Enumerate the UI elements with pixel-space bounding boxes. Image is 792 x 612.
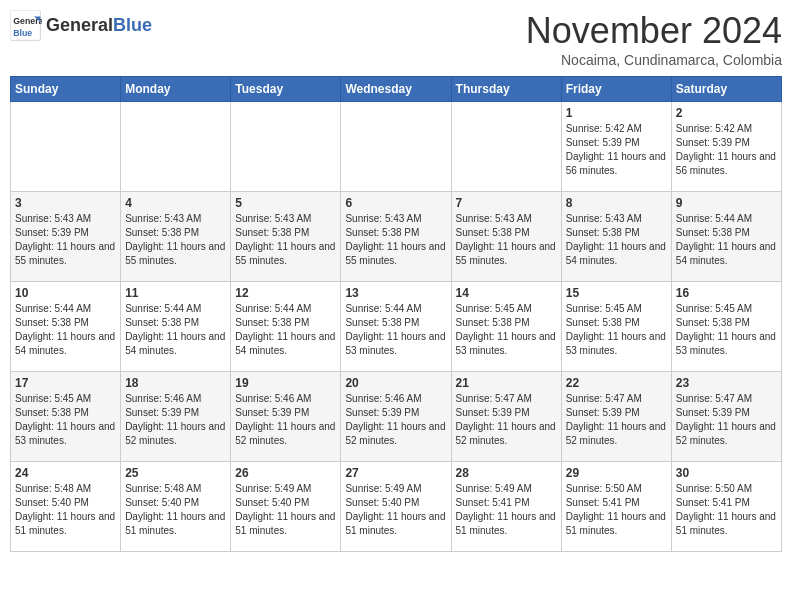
logo-general-text: General	[46, 15, 113, 35]
calendar-cell: 7Sunrise: 5:43 AM Sunset: 5:38 PM Daylig…	[451, 192, 561, 282]
day-info: Sunrise: 5:44 AM Sunset: 5:38 PM Dayligh…	[125, 302, 226, 358]
day-info: Sunrise: 5:44 AM Sunset: 5:38 PM Dayligh…	[15, 302, 116, 358]
title-block: November 2024 Nocaima, Cundinamarca, Col…	[526, 10, 782, 68]
day-info: Sunrise: 5:49 AM Sunset: 5:40 PM Dayligh…	[235, 482, 336, 538]
location-text: Nocaima, Cundinamarca, Colombia	[526, 52, 782, 68]
calendar-cell	[451, 102, 561, 192]
day-info: Sunrise: 5:43 AM Sunset: 5:38 PM Dayligh…	[235, 212, 336, 268]
calendar-cell: 21Sunrise: 5:47 AM Sunset: 5:39 PM Dayli…	[451, 372, 561, 462]
day-info: Sunrise: 5:43 AM Sunset: 5:38 PM Dayligh…	[125, 212, 226, 268]
day-number: 21	[456, 376, 557, 390]
day-number: 14	[456, 286, 557, 300]
calendar-cell: 18Sunrise: 5:46 AM Sunset: 5:39 PM Dayli…	[121, 372, 231, 462]
calendar-cell: 24Sunrise: 5:48 AM Sunset: 5:40 PM Dayli…	[11, 462, 121, 552]
calendar-cell: 20Sunrise: 5:46 AM Sunset: 5:39 PM Dayli…	[341, 372, 451, 462]
day-number: 23	[676, 376, 777, 390]
calendar-cell: 15Sunrise: 5:45 AM Sunset: 5:38 PM Dayli…	[561, 282, 671, 372]
calendar-cell: 5Sunrise: 5:43 AM Sunset: 5:38 PM Daylig…	[231, 192, 341, 282]
day-number: 5	[235, 196, 336, 210]
day-info: Sunrise: 5:47 AM Sunset: 5:39 PM Dayligh…	[566, 392, 667, 448]
day-info: Sunrise: 5:45 AM Sunset: 5:38 PM Dayligh…	[456, 302, 557, 358]
logo-icon: General Blue	[10, 10, 42, 42]
weekday-header-monday: Monday	[121, 77, 231, 102]
day-number: 3	[15, 196, 116, 210]
weekday-header-thursday: Thursday	[451, 77, 561, 102]
day-info: Sunrise: 5:42 AM Sunset: 5:39 PM Dayligh…	[566, 122, 667, 178]
calendar-cell: 8Sunrise: 5:43 AM Sunset: 5:38 PM Daylig…	[561, 192, 671, 282]
day-number: 16	[676, 286, 777, 300]
day-info: Sunrise: 5:46 AM Sunset: 5:39 PM Dayligh…	[235, 392, 336, 448]
calendar-cell: 12Sunrise: 5:44 AM Sunset: 5:38 PM Dayli…	[231, 282, 341, 372]
day-info: Sunrise: 5:44 AM Sunset: 5:38 PM Dayligh…	[345, 302, 446, 358]
calendar-cell	[11, 102, 121, 192]
day-info: Sunrise: 5:47 AM Sunset: 5:39 PM Dayligh…	[676, 392, 777, 448]
day-info: Sunrise: 5:50 AM Sunset: 5:41 PM Dayligh…	[676, 482, 777, 538]
day-number: 7	[456, 196, 557, 210]
calendar-cell: 6Sunrise: 5:43 AM Sunset: 5:38 PM Daylig…	[341, 192, 451, 282]
day-info: Sunrise: 5:43 AM Sunset: 5:38 PM Dayligh…	[566, 212, 667, 268]
svg-text:Blue: Blue	[13, 28, 32, 38]
calendar-cell	[341, 102, 451, 192]
day-number: 1	[566, 106, 667, 120]
weekday-header-tuesday: Tuesday	[231, 77, 341, 102]
calendar-week-4: 17Sunrise: 5:45 AM Sunset: 5:38 PM Dayli…	[11, 372, 782, 462]
weekday-header-sunday: Sunday	[11, 77, 121, 102]
day-number: 11	[125, 286, 226, 300]
day-info: Sunrise: 5:43 AM Sunset: 5:39 PM Dayligh…	[15, 212, 116, 268]
day-info: Sunrise: 5:45 AM Sunset: 5:38 PM Dayligh…	[676, 302, 777, 358]
calendar-cell: 1Sunrise: 5:42 AM Sunset: 5:39 PM Daylig…	[561, 102, 671, 192]
calendar-cell: 14Sunrise: 5:45 AM Sunset: 5:38 PM Dayli…	[451, 282, 561, 372]
day-number: 26	[235, 466, 336, 480]
day-info: Sunrise: 5:48 AM Sunset: 5:40 PM Dayligh…	[15, 482, 116, 538]
calendar-cell: 2Sunrise: 5:42 AM Sunset: 5:39 PM Daylig…	[671, 102, 781, 192]
calendar-cell: 28Sunrise: 5:49 AM Sunset: 5:41 PM Dayli…	[451, 462, 561, 552]
day-info: Sunrise: 5:50 AM Sunset: 5:41 PM Dayligh…	[566, 482, 667, 538]
day-number: 22	[566, 376, 667, 390]
day-info: Sunrise: 5:45 AM Sunset: 5:38 PM Dayligh…	[15, 392, 116, 448]
day-number: 25	[125, 466, 226, 480]
day-info: Sunrise: 5:48 AM Sunset: 5:40 PM Dayligh…	[125, 482, 226, 538]
day-number: 2	[676, 106, 777, 120]
calendar-cell: 29Sunrise: 5:50 AM Sunset: 5:41 PM Dayli…	[561, 462, 671, 552]
calendar-cell: 19Sunrise: 5:46 AM Sunset: 5:39 PM Dayli…	[231, 372, 341, 462]
day-number: 12	[235, 286, 336, 300]
day-number: 4	[125, 196, 226, 210]
page-header: General Blue GeneralBlue November 2024 N…	[10, 10, 782, 68]
calendar-week-3: 10Sunrise: 5:44 AM Sunset: 5:38 PM Dayli…	[11, 282, 782, 372]
calendar-week-1: 1Sunrise: 5:42 AM Sunset: 5:39 PM Daylig…	[11, 102, 782, 192]
day-number: 19	[235, 376, 336, 390]
logo: General Blue GeneralBlue	[10, 10, 152, 42]
day-number: 18	[125, 376, 226, 390]
calendar-cell: 17Sunrise: 5:45 AM Sunset: 5:38 PM Dayli…	[11, 372, 121, 462]
day-info: Sunrise: 5:42 AM Sunset: 5:39 PM Dayligh…	[676, 122, 777, 178]
calendar-week-2: 3Sunrise: 5:43 AM Sunset: 5:39 PM Daylig…	[11, 192, 782, 282]
calendar-cell: 9Sunrise: 5:44 AM Sunset: 5:38 PM Daylig…	[671, 192, 781, 282]
day-info: Sunrise: 5:43 AM Sunset: 5:38 PM Dayligh…	[456, 212, 557, 268]
day-info: Sunrise: 5:43 AM Sunset: 5:38 PM Dayligh…	[345, 212, 446, 268]
calendar-cell	[121, 102, 231, 192]
calendar-week-5: 24Sunrise: 5:48 AM Sunset: 5:40 PM Dayli…	[11, 462, 782, 552]
calendar-table: SundayMondayTuesdayWednesdayThursdayFrid…	[10, 76, 782, 552]
day-number: 6	[345, 196, 446, 210]
day-number: 15	[566, 286, 667, 300]
calendar-cell: 16Sunrise: 5:45 AM Sunset: 5:38 PM Dayli…	[671, 282, 781, 372]
calendar-cell	[231, 102, 341, 192]
day-number: 10	[15, 286, 116, 300]
logo-blue-text: Blue	[113, 15, 152, 35]
day-info: Sunrise: 5:49 AM Sunset: 5:40 PM Dayligh…	[345, 482, 446, 538]
day-number: 28	[456, 466, 557, 480]
day-number: 24	[15, 466, 116, 480]
day-info: Sunrise: 5:44 AM Sunset: 5:38 PM Dayligh…	[235, 302, 336, 358]
day-number: 27	[345, 466, 446, 480]
calendar-cell: 26Sunrise: 5:49 AM Sunset: 5:40 PM Dayli…	[231, 462, 341, 552]
day-info: Sunrise: 5:44 AM Sunset: 5:38 PM Dayligh…	[676, 212, 777, 268]
calendar-cell: 4Sunrise: 5:43 AM Sunset: 5:38 PM Daylig…	[121, 192, 231, 282]
weekday-header-row: SundayMondayTuesdayWednesdayThursdayFrid…	[11, 77, 782, 102]
day-number: 13	[345, 286, 446, 300]
day-number: 30	[676, 466, 777, 480]
calendar-cell: 11Sunrise: 5:44 AM Sunset: 5:38 PM Dayli…	[121, 282, 231, 372]
weekday-header-wednesday: Wednesday	[341, 77, 451, 102]
month-title: November 2024	[526, 10, 782, 52]
day-info: Sunrise: 5:47 AM Sunset: 5:39 PM Dayligh…	[456, 392, 557, 448]
calendar-cell: 23Sunrise: 5:47 AM Sunset: 5:39 PM Dayli…	[671, 372, 781, 462]
